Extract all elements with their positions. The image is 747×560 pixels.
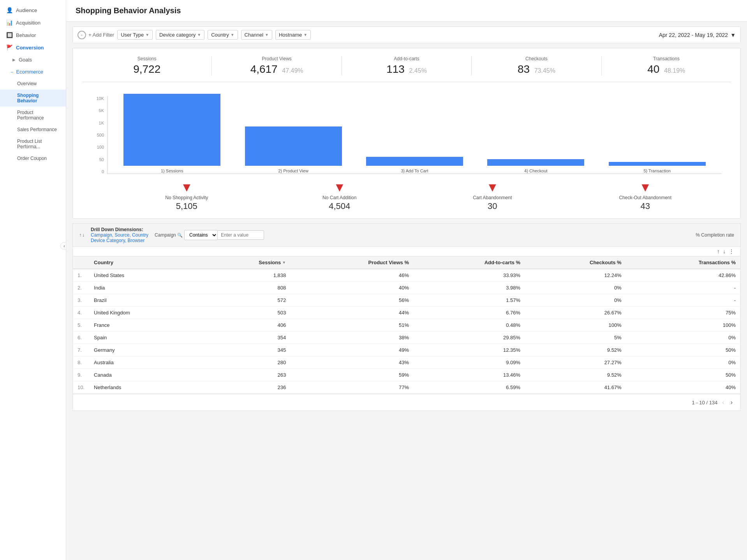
row-country: India [89, 282, 201, 294]
add-filter-button[interactable]: + + Add Filter [78, 31, 114, 39]
product-views-pct: 47.49% [282, 67, 303, 74]
bar-3[interactable] [366, 157, 463, 166]
metric-sessions: Sessions 9,722 [82, 56, 212, 75]
table-row: 4. United Kingdom 503 44% 6.76% 26.67% 7… [73, 307, 740, 319]
col-transactions-pct[interactable]: Transactions % [626, 256, 740, 269]
sidebar-item-ecommerce[interactable]: – Ecommerce [0, 66, 66, 78]
table-row: 8. Australia 280 43% 9.09% 27.27% 0% [73, 356, 740, 369]
col-product-views-pct[interactable]: Product Views % [291, 256, 414, 269]
device-category-filter[interactable]: Device category ▼ [156, 30, 204, 40]
chart-area: 10K 5K 1K 500 100 50 0 1) Sessions2) Pro… [82, 82, 731, 178]
drill-links-2[interactable]: Device Category, Browser [91, 238, 145, 243]
page-header: Shopping Behavior Analysis [66, 0, 747, 22]
sessions-value: 9,722 [133, 63, 160, 75]
col-add-to-carts-pct[interactable]: Add-to-carts % [414, 256, 525, 269]
bar-4[interactable] [487, 159, 584, 166]
row-country: Netherlands [89, 381, 201, 394]
sidebar-item-conversion[interactable]: 🚩 Conversion [0, 41, 66, 54]
sidebar-item-audience[interactable]: 👤 Audience [0, 4, 66, 16]
drill-dimensions: Drill Down Dimensions: Campaign, Source,… [91, 227, 148, 243]
sidebar-item-product-list-performance[interactable]: Product List Performa... [0, 135, 66, 153]
abandonment-label-3: Cart Abandonment [473, 195, 512, 200]
sidebar-item-goals[interactable]: ▶ Goals [0, 54, 66, 66]
row-num: 1. [73, 269, 89, 282]
sidebar-item-behavior[interactable]: 🔲 Behavior [0, 29, 66, 41]
row-sessions: 406 [201, 319, 291, 332]
bar-group-5: 5) Transaction [597, 162, 718, 174]
col-country[interactable]: Country [89, 256, 201, 269]
row-transactions-pct: 100% [626, 319, 740, 332]
bar-label-2: 2) Product View [278, 168, 308, 174]
sidebar-item-overview[interactable]: Overview [0, 78, 66, 90]
channel-filter[interactable]: Channel ▼ [241, 30, 272, 40]
row-num: 4. [73, 307, 89, 319]
date-range-button[interactable]: Apr 22, 2022 - May 19, 2022 ▼ [659, 32, 736, 38]
bar-2[interactable] [245, 126, 342, 166]
sort-desc-icon[interactable]: ↓ [723, 248, 726, 255]
filter-mode-select[interactable]: Contains [184, 230, 217, 240]
hostname-arrow-icon: ▼ [303, 33, 307, 37]
checkouts-label: Checkouts [476, 56, 596, 61]
sidebar-item-product-performance[interactable]: Product Performance [0, 107, 66, 124]
page-prev-button[interactable]: ‹ [721, 398, 726, 407]
red-arrow-4: ▼ [639, 181, 652, 193]
red-arrow-3: ▼ [486, 181, 499, 193]
row-add-to-carts-pct: 12.35% [414, 344, 525, 356]
hostname-filter[interactable]: Hostname ▼ [275, 30, 311, 40]
row-product-views-pct: 49% [291, 344, 414, 356]
drill-arrows: ↑ ↓ [79, 232, 85, 238]
bars-container: 1) Sessions2) Product View3) Add To Cart… [107, 96, 722, 174]
expand-icon-goals: ▶ [12, 58, 16, 62]
row-transactions-pct: 50% [626, 344, 740, 356]
sessions-label: Sessions [87, 56, 207, 61]
bar-group-3: 3) Add To Cart [354, 157, 475, 174]
row-product-views-pct: 44% [291, 307, 414, 319]
page-next-button[interactable]: › [729, 398, 734, 407]
sidebar-item-sales-performance[interactable]: Sales Performance [0, 124, 66, 135]
row-add-to-carts-pct: 0.48% [414, 319, 525, 332]
abandonment-value-2: 4,504 [329, 201, 350, 211]
row-add-to-carts-pct: 13.46% [414, 369, 525, 381]
table-row: 3. Brazil 572 56% 1.57% 0% - [73, 294, 740, 307]
sort-asc-icon[interactable]: ↑ [717, 248, 720, 255]
metric-product-views: Product Views 4,617 47.49% [212, 56, 342, 75]
sidebar-item-shopping-behavior[interactable]: Shopping Behavior [0, 90, 66, 107]
data-table: Country Sessions ▼ Product Views % Add-t… [73, 256, 740, 394]
filter-bar: + + Add Filter User Type ▼ Device catego… [72, 26, 741, 43]
abandonment-item-3: ▼Cart Abandonment30 [416, 178, 569, 214]
col-checkouts-pct[interactable]: Checkouts % [525, 256, 626, 269]
transactions-label: Transactions [606, 56, 726, 61]
row-product-views-pct: 51% [291, 319, 414, 332]
row-country: Spain [89, 332, 201, 344]
abandonment-item-2: ▼No Cart Addition4,504 [263, 178, 416, 214]
sidebar-item-acquisition[interactable]: 📊 Acquisition [0, 16, 66, 29]
drill-down-bar: ↑ ↓ Drill Down Dimensions: Campaign, Sou… [73, 224, 740, 247]
row-checkouts-pct: 27.27% [525, 356, 626, 369]
drill-links[interactable]: Campaign, Source, Country [91, 232, 148, 238]
abandonment-value-1: 5,105 [176, 201, 197, 211]
row-add-to-carts-pct: 33.93% [414, 269, 525, 282]
filter-text-input[interactable] [217, 230, 264, 240]
sidebar-item-order-coupon[interactable]: Order Coupon [0, 153, 66, 164]
metric-checkouts: Checkouts 83 73.45% [472, 56, 601, 75]
row-checkouts-pct: 12.24% [525, 269, 626, 282]
campaign-search-icon: 🔍 [177, 233, 183, 237]
row-add-to-carts-pct: 6.76% [414, 307, 525, 319]
sidebar-collapse-button[interactable]: ‹ [60, 242, 66, 250]
bar-5[interactable] [609, 162, 706, 166]
table-row: 6. Spain 354 38% 29.85% 5% 0% [73, 332, 740, 344]
pagination-label: 1 - 10 / 134 [692, 400, 718, 406]
completion-rate-button[interactable]: % Completion rate [696, 232, 734, 238]
more-options-icon[interactable]: ⋮ [729, 248, 734, 255]
country-filter[interactable]: Country ▼ [208, 30, 238, 40]
row-sessions: 572 [201, 294, 291, 307]
col-sessions[interactable]: Sessions ▼ [201, 256, 291, 269]
bar-1[interactable] [123, 94, 220, 165]
row-product-views-pct: 59% [291, 369, 414, 381]
behavior-icon: 🔲 [6, 32, 13, 38]
bar-label-5: 5) Transaction [643, 168, 671, 174]
add-to-carts-label: Add-to-carts [347, 56, 467, 61]
row-country: Brazil [89, 294, 201, 307]
table-row: 5. France 406 51% 0.48% 100% 100% [73, 319, 740, 332]
user-type-filter[interactable]: User Type ▼ [117, 30, 153, 40]
